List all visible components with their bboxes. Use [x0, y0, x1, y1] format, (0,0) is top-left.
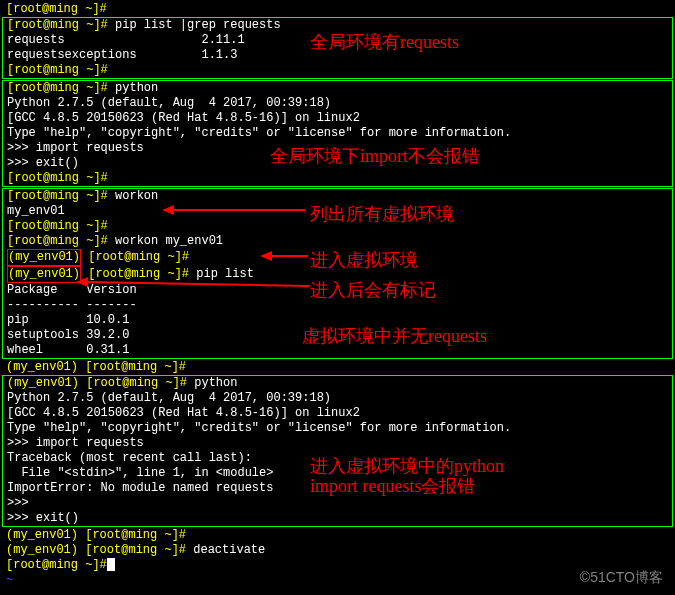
venv-prefix: (my_env01): [6, 360, 78, 374]
cmd-deactivate: deactivate: [193, 543, 265, 557]
venv-prefix: (my_env01): [8, 250, 80, 264]
svg-marker-3: [260, 251, 272, 261]
prompt: [root@ming ~]#: [7, 63, 108, 77]
annotation-import-error: import requests会报错: [310, 474, 475, 498]
cmd-python: python: [115, 81, 158, 95]
annotation-no-requests: 虚拟环境中并无requests: [302, 324, 487, 348]
prompt: [root@ming ~]#: [7, 81, 115, 95]
prompt: [root@ming ~]#: [81, 250, 189, 264]
annotation-enter-env: 进入虚拟环境: [310, 248, 418, 272]
gcc-info: [GCC 4.8.5 20150623 (Red Hat 4.8.5-16)] …: [3, 406, 672, 421]
annotation-global-import-ok: 全局环境下import不会报错: [270, 144, 480, 168]
venv-marker-box: (my_env01): [7, 266, 81, 283]
prompt: [root@ming ~]#: [6, 558, 107, 572]
import-requests-venv: >>> import requests: [3, 436, 672, 451]
prompt: [root@ming ~]#: [7, 18, 115, 32]
annotation-global-has-requests: 全局环境有requests: [310, 30, 459, 54]
prompt: [root@ming ~]#: [7, 219, 108, 233]
venv-prefix: (my_env01): [6, 543, 78, 557]
svg-marker-1: [162, 205, 174, 215]
cmd-python: python: [194, 376, 237, 390]
arrow-icon: [258, 248, 313, 264]
cmd-workon: workon: [115, 189, 158, 203]
venv-prefix: (my_env01): [8, 267, 80, 281]
gcc-info: [GCC 4.8.5 20150623 (Red Hat 4.8.5-16)] …: [3, 111, 672, 126]
help-text: Type "help", "copyright", "credits" or "…: [3, 421, 672, 436]
watermark: ©51CTO博客: [580, 569, 663, 587]
prompt: [root@ming ~]#: [78, 360, 186, 374]
annotation-marker: 进入后会有标记: [310, 278, 436, 302]
prompt: [root@ming ~]#: [7, 171, 108, 185]
venv-marker-box: (my_env01): [7, 249, 81, 266]
python-version: Python 2.7.5 (default, Aug 4 2017, 00:39…: [3, 391, 672, 406]
prompt: [root@ming ~]#: [6, 2, 107, 16]
block-python-global: [root@ming ~]# python Python 2.7.5 (defa…: [2, 80, 673, 187]
exit-call: >>> exit(): [3, 511, 672, 526]
annotation-list-envs: 列出所有虚拟环境: [310, 202, 454, 226]
repl-blank: >>>: [3, 496, 672, 511]
prompt: [root@ming ~]#: [78, 543, 186, 557]
prompt: [root@ming ~]#: [78, 528, 186, 542]
svg-line-4: [84, 282, 309, 286]
venv-prefix: (my_env01): [6, 528, 78, 542]
arrow-icon: [74, 272, 314, 292]
cmd-workon-env: workon my_env01: [115, 234, 223, 248]
arrow-icon: [160, 200, 310, 220]
cmd-pip-grep: pip list |grep requests: [115, 18, 281, 32]
python-version: Python 2.7.5 (default, Aug 4 2017, 00:39…: [3, 96, 672, 111]
prompt: [root@ming ~]#: [7, 234, 115, 248]
prompt: [root@ming ~]#: [79, 376, 187, 390]
block-python-venv: (my_env01) [root@ming ~]# python Python …: [2, 375, 673, 527]
cursor: [107, 558, 115, 571]
svg-marker-5: [76, 277, 88, 287]
prompt: [root@ming ~]#: [7, 189, 115, 203]
vim-tilde: ~: [2, 573, 673, 588]
help-text: Type "help", "copyright", "credits" or "…: [3, 126, 672, 141]
venv-prefix: (my_env01): [7, 376, 79, 390]
